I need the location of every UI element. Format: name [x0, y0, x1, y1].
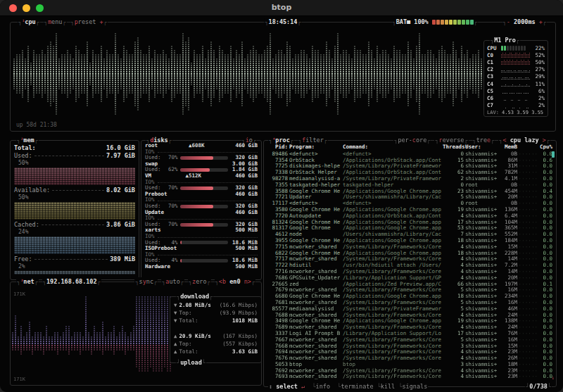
net-box: ┐³net┌ ┐192.168.68.102┌ ┐sync┌ ┐auto┌ ┐z… — [10, 282, 262, 386]
process-row[interactable]: 7676mcworker_shared/System/Library/Frame… — [264, 355, 556, 362]
cpu-box-title: ┐¹cpu┌ — [18, 18, 40, 26]
iface-prev-button[interactable]: <b — [219, 277, 226, 286]
net-sync-button[interactable]: ┐sync┌ — [134, 277, 158, 286]
interval-decrease-button[interactable]: - — [507, 18, 510, 26]
process-row[interactable]: 7354OrbStack/Applications/OrbStack.app/C… — [264, 158, 556, 164]
net-scale-bottom: 171K — [13, 377, 25, 382]
net-auto-button[interactable]: ┐auto┌ — [161, 277, 184, 286]
disk-used-meter — [180, 241, 228, 244]
process-row[interactable]: 7716mcworker_shared/System/Library/Frame… — [264, 269, 556, 275]
mem-usage-graph — [14, 271, 135, 274]
proc-box: ┐⁴proc┌ ┐filter┌ ┐per-core┌ ┐reverse┌ ┐t… — [263, 140, 557, 387]
cpu-core-row: C62% — [484, 94, 548, 101]
kill-button[interactable]: kill — [381, 382, 395, 391]
signals-button[interactable]: signals — [403, 382, 428, 391]
sort-prev-button[interactable]: < — [502, 136, 506, 144]
process-row[interactable]: 7725diskimages-helpe/System/Library/Priv… — [264, 163, 556, 170]
process-row[interactable]: 7338OrbStack Helper/Applications/OrbStac… — [264, 170, 556, 176]
process-row[interactable]: 7689mcworker_shared/System/Library/Frame… — [264, 324, 556, 331]
process-count: ┘0/738└ — [525, 382, 552, 391]
process-row[interactable]: 98278mediaanalysisd-a/System/Library/Pri… — [264, 176, 556, 182]
process-row[interactable]: 81324Google Chrome He/Applications/Googl… — [264, 220, 556, 226]
process-row[interactable]: 7717mcworker_shared/System/Library/Frame… — [264, 256, 556, 263]
battery-meter — [432, 20, 474, 25]
menu-button[interactable]: ┐menu┌ — [44, 18, 67, 26]
cpu-core-row: C72% — [484, 102, 548, 109]
process-row[interactable]: 85577mediaanalysisd/System/Library/Priva… — [264, 306, 556, 312]
download-label: ┐download┌ — [176, 292, 213, 301]
info-button[interactable]: info — [316, 382, 330, 391]
update-interval: 2000ms — [514, 18, 536, 26]
proc-table-header: Pid:Program:Command:Threads:User:MemBCpu… — [264, 144, 556, 151]
process-row[interactable]: 7668mcworker_shared/System/Library/Frame… — [264, 343, 556, 350]
terminate-button[interactable]: terminate — [341, 382, 373, 391]
preset-button[interactable]: ┐preset +┌ — [70, 18, 108, 26]
process-row[interactable]: 17117<defunct><defunct>0root0B·········0… — [264, 201, 556, 207]
process-row[interactable]: 7686GPGSuite_Updater/Library/Application… — [264, 275, 556, 282]
reverse-toggle[interactable]: ┐reverse┌ — [434, 136, 468, 144]
disk-used-meter — [180, 168, 228, 172]
process-row[interactable]: 3337Logi AI Prompt B/Library/Application… — [264, 331, 556, 337]
core-usage-graph — [501, 52, 531, 58]
net-ip-address: ┐192.168.68.102┌ — [42, 277, 101, 286]
net-box-title: ┐³net┌ — [16, 277, 39, 286]
net-zero-button[interactable]: ┐zero┌ — [188, 277, 211, 286]
net-stats-panel: ┐download┌ ▼2.08 MiB/s(16.6 Mibps)▼Top:(… — [170, 296, 262, 363]
cpu-box: ┐¹cpu┌ ┐menu┌ ┐preset +┌ ┐18:45:14┌ ┐BAT… — [10, 22, 556, 132]
process-row[interactable]: 3955Google Chrome He/Applications/Google… — [264, 238, 556, 244]
process-row[interactable]: 3588Google Chrome He/Applications/Google… — [264, 189, 556, 195]
uptime-label: up 58d 21:38 — [16, 122, 57, 128]
process-row[interactable]: 4612node/Users/shivammishra/Library/Cach… — [264, 232, 556, 238]
process-row[interactable]: 27665zed/Applications/Zed Preview.app/Co… — [264, 282, 556, 288]
process-row[interactable]: 5053btopbtop3shivammis+18M·········0.0 — [264, 362, 556, 368]
disk-entry: VM▲512K460 GiB — [145, 173, 258, 179]
iface-next-button[interactable]: n> — [244, 277, 251, 286]
per-core-toggle[interactable]: ┐per-core┌ — [393, 136, 431, 144]
process-row[interactable]: 7667mcworker_shared/System/Library/Frame… — [264, 337, 556, 343]
mem-section-row: Used:7.97 GiB — [14, 151, 135, 159]
process-row[interactable]: 7693mcworker_shared/System/Library/Frame… — [264, 374, 556, 380]
process-row[interactable]: 7355taskgated-helpertaskgated-helper0roo… — [264, 182, 556, 189]
filter-button[interactable]: ┐filter┌ — [298, 136, 328, 144]
mem-section-row: Cached:3.86 GiB — [14, 220, 135, 228]
mem-box: ┐²mem┌ Total: 16.0 GiB Used:7.97 GiB50%A… — [10, 140, 139, 280]
upload-label: ┘upload└ — [176, 358, 206, 367]
process-row[interactable]: 7681mcworker_shared/System/Library/Frame… — [264, 300, 556, 306]
process-row[interactable]: 89486<defunct><defunct>0shivammis+0B····… — [264, 151, 556, 158]
process-row[interactable]: 3580Google Chrome He/Applications/Google… — [264, 207, 556, 213]
select-arrows-icon: ↕ — [269, 382, 272, 391]
process-row[interactable]: 81317Google Chrome/Applications/Google C… — [264, 225, 556, 232]
disk-used-meter — [180, 223, 228, 227]
net-stat-row: ▼Top:(93.9 Mibps) — [174, 309, 258, 317]
core-usage-graph — [501, 103, 531, 108]
cpu-total-row: CPU 22% — [484, 44, 548, 51]
mem-usage-graph — [14, 167, 135, 185]
mem-section-row: Available:8.02 GiB — [14, 186, 135, 194]
cpu-total-meter — [501, 46, 526, 51]
select-button[interactable]: select — [276, 382, 298, 391]
mem-usage-graph — [14, 202, 135, 220]
disk-used-meter — [180, 205, 228, 208]
process-row[interactable]: 7715mcworker_shared/System/Library/Frame… — [264, 244, 556, 251]
process-row[interactable]: 7721Updater/Users/shivammishra/Library/C… — [264, 194, 556, 201]
process-row[interactable]: 3498Google Chrome He/Applications/Google… — [264, 318, 556, 324]
process-row[interactable]: 6680Google Chrome He/Applications/Google… — [264, 293, 556, 300]
net-stat-row: ▲20.9 KiB/s(167 Kibps) — [174, 332, 258, 340]
cpu-core-row: C052% — [484, 51, 548, 58]
process-row[interactable]: 7679mcworker_shared/System/Library/Frame… — [264, 287, 556, 293]
net-stat-row — [174, 324, 258, 332]
process-row[interactable]: 7688mcworker_shared/System/Library/Frame… — [264, 312, 556, 319]
process-row[interactable]: 7720Autoupdate/Applications/OrbStack.app… — [264, 213, 556, 220]
proc-scrollbar[interactable] — [552, 151, 555, 158]
process-row[interactable]: 7722hdiutil/usr/bin/hdiutil attach /User… — [264, 263, 556, 269]
iface-name: en0 — [229, 277, 240, 286]
disk-entry: Preboot460 GiB — [145, 191, 258, 198]
cpu-core-row: C150% — [484, 58, 548, 65]
cpu-usage-graph — [13, 32, 489, 115]
process-row[interactable]: 7694mcworker_shared/System/Library/Frame… — [264, 349, 556, 355]
core-usage-graph — [501, 59, 531, 65]
process-row[interactable]: 7692mcworker_shared/System/Library/Frame… — [264, 368, 556, 374]
cpu-core-row: C56% — [484, 87, 548, 94]
process-row[interactable]: 6822Google Chrome He/Applications/Google… — [264, 251, 556, 257]
tree-toggle[interactable]: ┐tree┌ — [472, 136, 495, 144]
